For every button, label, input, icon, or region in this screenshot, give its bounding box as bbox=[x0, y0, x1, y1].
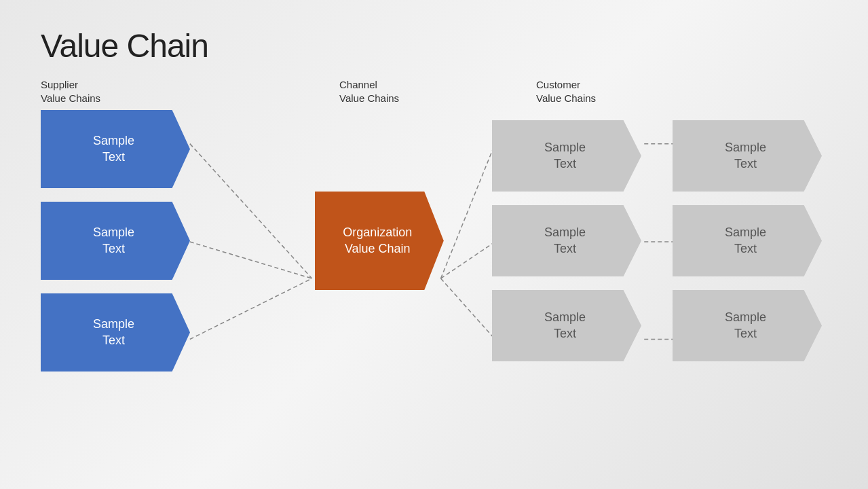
channel-arrow-3[interactable]: Sample Text bbox=[492, 290, 641, 361]
supplier-column: Sample Text Sample Text Sample Text bbox=[41, 110, 195, 372]
slide: Value Chain bbox=[0, 0, 868, 489]
channel-arrow-1[interactable]: Sample Text bbox=[492, 120, 641, 192]
supplier-arrow-1-text: Sample Text bbox=[90, 133, 141, 165]
channel-arrow-2[interactable]: Sample Text bbox=[492, 205, 641, 276]
center-column: Organization Value Chain bbox=[315, 192, 444, 290]
channel-column: Sample Text Sample Text Sample Text bbox=[492, 120, 647, 361]
channel-arrow-2-text: Sample Text bbox=[541, 225, 592, 257]
supplier-arrow-3-text: Sample Text bbox=[90, 316, 141, 348]
center-arrow-text: Organization Value Chain bbox=[339, 225, 419, 257]
channel-label-cell: Channel Value Chains bbox=[339, 78, 502, 105]
supplier-label: Supplier Value Chains bbox=[41, 78, 204, 105]
supplier-arrow-2[interactable]: Sample Text bbox=[41, 202, 190, 280]
gap-spacer bbox=[502, 78, 536, 105]
page-title: Value Chain bbox=[41, 27, 827, 65]
channel-label: Channel Value Chains bbox=[339, 78, 502, 105]
channel-arrow-1-text: Sample Text bbox=[541, 140, 592, 172]
supplier-label-cell: Supplier Value Chains bbox=[41, 78, 204, 105]
center-label-spacer bbox=[204, 78, 339, 105]
customer-arrow-1-text: Sample Text bbox=[721, 140, 773, 172]
customer-arrow-3[interactable]: Sample Text bbox=[673, 290, 822, 361]
diagram-wrapper: Supplier Value Chains Channel Value Chai… bbox=[41, 78, 827, 479]
arrows-row: Sample Text Sample Text Sample Text Orga… bbox=[41, 110, 827, 372]
customer-arrow-2-text: Sample Text bbox=[721, 225, 773, 257]
customer-column: Sample Text Sample Text Sample Text bbox=[673, 120, 827, 361]
channel-arrow-3-text: Sample Text bbox=[541, 310, 592, 342]
supplier-arrow-2-text: Sample Text bbox=[90, 225, 141, 257]
center-arrow[interactable]: Organization Value Chain bbox=[315, 192, 444, 290]
customer-arrow-3-text: Sample Text bbox=[721, 310, 773, 342]
supplier-arrow-3[interactable]: Sample Text bbox=[41, 293, 190, 372]
label-row: Supplier Value Chains Channel Value Chai… bbox=[41, 78, 827, 105]
customer-label-cell: Customer Value Chains bbox=[536, 78, 699, 105]
supplier-arrow-1[interactable]: Sample Text bbox=[41, 110, 190, 188]
customer-arrow-2[interactable]: Sample Text bbox=[673, 205, 822, 276]
customer-arrow-1[interactable]: Sample Text bbox=[673, 120, 822, 192]
customer-label: Customer Value Chains bbox=[536, 78, 699, 105]
